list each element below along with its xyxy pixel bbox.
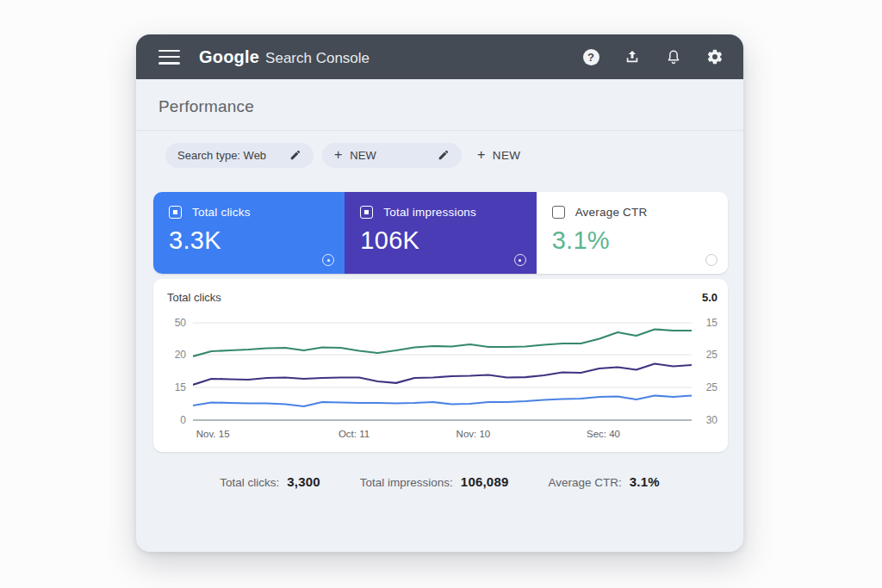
chart-svg: [193, 306, 692, 427]
axis-tick-label: 50: [175, 317, 186, 329]
menu-icon[interactable]: [158, 50, 180, 65]
search-type-filter-chip[interactable]: Search type: Web: [165, 143, 314, 168]
axis-tick-label: 25: [706, 381, 717, 393]
search-type-filter-label: Search type: Web: [177, 149, 266, 162]
filter-bar: Search type: Web + NEW + NEW: [136, 131, 743, 169]
total-impressions-value: 106K: [360, 226, 522, 255]
plus-icon: +: [477, 147, 486, 163]
total-impressions-card[interactable]: Total impressions 106K: [345, 192, 536, 274]
summary-average-ctr-label: Average CTR:: [548, 476, 621, 489]
top-bar: Google Search Console ?: [136, 34, 743, 79]
total-clicks-card[interactable]: Total clicks 3.3K: [153, 192, 345, 274]
new-filter-chip[interactable]: + NEW: [322, 143, 462, 168]
summary-total-impressions: Total impressions: 106,089: [360, 474, 509, 489]
chart-plot-area: [193, 306, 692, 427]
summary-average-ctr: Average CTR: 3.1%: [548, 474, 659, 489]
axis-tick-label: 25: [706, 349, 717, 361]
summary-row: Total clicks: 3,300 Total impressions: 1…: [136, 474, 743, 489]
info-icon[interactable]: [705, 254, 717, 266]
total-impressions-checkbox[interactable]: [360, 206, 373, 219]
right-axis-ticks: 15252530: [692, 306, 719, 427]
axis-tick-label: 15: [175, 381, 186, 393]
performance-chart-card: Total clicks 5.0 5020150 15252530 Nov. 1…: [153, 279, 728, 452]
x-tick-label: Oct: 11: [339, 429, 370, 439]
summary-total-clicks-label: Total clicks:: [220, 476, 279, 489]
export-icon[interactable]: [623, 47, 642, 66]
chart-title: Total clicks: [167, 291, 221, 304]
topbar-icons: ?: [581, 47, 724, 66]
average-ctr-value: 3.1%: [552, 226, 714, 255]
axis-tick-label: 0: [180, 414, 186, 426]
new-filter-button-label: NEW: [493, 149, 521, 162]
page-title: Performance: [136, 79, 743, 130]
help-icon[interactable]: ?: [581, 47, 600, 66]
total-clicks-value: 3.3K: [169, 226, 331, 255]
axis-tick-label: 30: [706, 414, 717, 426]
notifications-icon[interactable]: [664, 47, 683, 66]
left-axis-ticks: 5020150: [167, 306, 193, 427]
average-ctr-label: Average CTR: [575, 206, 648, 219]
x-tick-label: Nov. 15: [196, 429, 230, 439]
series-line-average-ctr: [193, 396, 692, 407]
series-line-total-clicks: [193, 330, 692, 357]
new-filter-button[interactable]: + NEW: [477, 147, 520, 163]
brand: Google Search Console: [199, 47, 370, 67]
x-tick-label: Sec: 40: [587, 429, 620, 439]
total-clicks-checkbox[interactable]: [169, 206, 182, 219]
summary-total-impressions-label: Total impressions:: [360, 476, 453, 489]
x-axis-labels: Nov. 15Oct: 11Nov: 10Sec: 40: [193, 429, 692, 443]
axis-tick-label: 15: [706, 317, 717, 329]
app-window: Google Search Console ? Performance Sear…: [136, 34, 743, 552]
total-clicks-label: Total clicks: [192, 206, 251, 219]
summary-total-clicks-value: 3,300: [287, 474, 320, 489]
summary-total-impressions-value: 106,089: [461, 474, 509, 489]
edit-icon[interactable]: [289, 149, 301, 161]
series-line-total-impressions: [193, 364, 692, 386]
summary-total-clicks: Total clicks: 3,300: [220, 474, 320, 489]
edit-icon[interactable]: [438, 149, 450, 161]
axis-tick-label: 20: [175, 349, 186, 361]
right-axis-top-label: 5.0: [702, 291, 717, 304]
settings-icon[interactable]: [705, 47, 724, 66]
average-ctr-checkbox[interactable]: [552, 206, 565, 219]
average-ctr-card[interactable]: Average CTR 3.1%: [537, 192, 728, 274]
plus-icon: +: [334, 147, 342, 163]
total-impressions-label: Total impressions: [383, 206, 476, 219]
brand-search-console: Search Console: [265, 50, 370, 67]
info-icon[interactable]: [322, 254, 334, 266]
x-tick-label: Nov: 10: [457, 429, 491, 439]
brand-google: Google: [199, 47, 259, 67]
metric-cards-row: Total clicks 3.3K Total impressions 106K…: [153, 192, 728, 274]
summary-average-ctr-value: 3.1%: [630, 474, 660, 489]
new-filter-chip-label: NEW: [350, 149, 376, 162]
info-icon[interactable]: [514, 254, 526, 266]
